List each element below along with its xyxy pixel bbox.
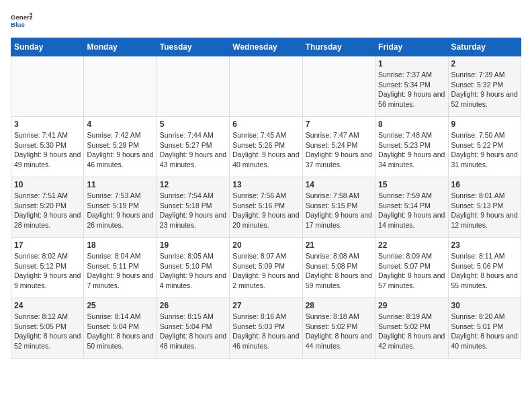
day-number: 18: [87, 240, 153, 250]
day-cell: 28Sunrise: 8:18 AM Sunset: 5:02 PM Dayli…: [302, 298, 375, 359]
day-number: 3: [14, 120, 81, 129]
day-info: Sunrise: 7:41 AM Sunset: 5:30 PM Dayligh…: [14, 130, 81, 170]
day-cell: 17Sunrise: 8:02 AM Sunset: 5:12 PM Dayli…: [11, 238, 84, 298]
day-number: 1: [378, 59, 445, 68]
day-number: 26: [160, 301, 226, 310]
day-number: 30: [451, 301, 518, 310]
day-cell: 3Sunrise: 7:41 AM Sunset: 5:30 PM Daylig…: [11, 117, 84, 177]
header-cell-monday: Monday: [84, 38, 157, 56]
day-cell: 26Sunrise: 8:15 AM Sunset: 5:04 PM Dayli…: [157, 298, 229, 359]
day-cell: 27Sunrise: 8:16 AM Sunset: 5:03 PM Dayli…: [230, 298, 302, 359]
day-info: Sunrise: 8:05 AM Sunset: 5:10 PM Dayligh…: [160, 251, 226, 291]
day-number: 17: [14, 240, 81, 250]
week-row-4: 17Sunrise: 8:02 AM Sunset: 5:12 PM Dayli…: [11, 238, 521, 298]
day-info: Sunrise: 7:45 AM Sunset: 5:26 PM Dayligh…: [232, 130, 299, 170]
day-number: 7: [306, 120, 372, 129]
day-info: Sunrise: 8:18 AM Sunset: 5:02 PM Dayligh…: [306, 312, 372, 351]
day-number: 12: [160, 180, 226, 189]
day-cell: 22Sunrise: 8:09 AM Sunset: 5:07 PM Dayli…: [375, 238, 448, 298]
day-cell: 12Sunrise: 7:54 AM Sunset: 5:18 PM Dayli…: [157, 177, 229, 238]
day-number: 14: [306, 180, 372, 189]
day-number: 24: [14, 301, 81, 310]
day-number: 19: [160, 240, 226, 250]
day-number: 16: [451, 180, 518, 189]
day-cell: 13Sunrise: 7:56 AM Sunset: 5:16 PM Dayli…: [230, 177, 302, 238]
day-info: Sunrise: 7:51 AM Sunset: 5:20 PM Dayligh…: [14, 191, 81, 230]
day-info: Sunrise: 7:58 AM Sunset: 5:15 PM Dayligh…: [306, 191, 372, 230]
day-number: 9: [451, 120, 518, 129]
day-info: Sunrise: 8:07 AM Sunset: 5:09 PM Dayligh…: [232, 251, 299, 291]
day-cell: 10Sunrise: 7:51 AM Sunset: 5:20 PM Dayli…: [11, 177, 84, 238]
day-number: 2: [451, 59, 518, 68]
day-cell: 29Sunrise: 8:19 AM Sunset: 5:02 PM Dayli…: [375, 298, 448, 359]
day-cell: 23Sunrise: 8:11 AM Sunset: 5:06 PM Dayli…: [448, 238, 521, 298]
page-header: General Blue: [11, 11, 521, 32]
day-info: Sunrise: 7:48 AM Sunset: 5:23 PM Dayligh…: [378, 130, 445, 170]
day-number: 5: [160, 120, 226, 129]
day-cell: 21Sunrise: 8:08 AM Sunset: 5:08 PM Dayli…: [302, 238, 375, 298]
day-number: 22: [378, 240, 445, 250]
day-number: 15: [378, 180, 445, 189]
day-info: Sunrise: 8:01 AM Sunset: 5:13 PM Dayligh…: [451, 191, 518, 230]
week-row-5: 24Sunrise: 8:12 AM Sunset: 5:05 PM Dayli…: [11, 298, 521, 359]
day-info: Sunrise: 8:12 AM Sunset: 5:05 PM Dayligh…: [14, 312, 81, 351]
day-number: 6: [232, 120, 299, 129]
day-info: Sunrise: 7:50 AM Sunset: 5:22 PM Dayligh…: [451, 130, 518, 170]
day-info: Sunrise: 7:54 AM Sunset: 5:18 PM Dayligh…: [160, 191, 226, 230]
day-info: Sunrise: 7:37 AM Sunset: 5:34 PM Dayligh…: [378, 70, 445, 109]
header-cell-friday: Friday: [375, 38, 448, 56]
day-number: 20: [232, 240, 299, 250]
week-row-1: 1Sunrise: 7:37 AM Sunset: 5:34 PM Daylig…: [11, 56, 521, 117]
day-cell: 15Sunrise: 7:59 AM Sunset: 5:14 PM Dayli…: [375, 177, 448, 238]
day-number: 27: [232, 301, 299, 310]
day-cell: 14Sunrise: 7:58 AM Sunset: 5:15 PM Dayli…: [302, 177, 375, 238]
day-cell: 5Sunrise: 7:44 AM Sunset: 5:27 PM Daylig…: [157, 117, 229, 177]
day-cell: 25Sunrise: 8:14 AM Sunset: 5:04 PM Dayli…: [84, 298, 157, 359]
day-info: Sunrise: 7:47 AM Sunset: 5:24 PM Dayligh…: [306, 130, 372, 170]
week-row-2: 3Sunrise: 7:41 AM Sunset: 5:30 PM Daylig…: [11, 117, 521, 177]
day-number: 13: [232, 180, 299, 189]
day-cell: 9Sunrise: 7:50 AM Sunset: 5:22 PM Daylig…: [448, 117, 521, 177]
calendar-table: SundayMondayTuesdayWednesdayThursdayFrid…: [11, 38, 521, 359]
day-cell: 24Sunrise: 8:12 AM Sunset: 5:05 PM Dayli…: [11, 298, 84, 359]
day-info: Sunrise: 8:11 AM Sunset: 5:06 PM Dayligh…: [451, 251, 518, 291]
day-cell: 6Sunrise: 7:45 AM Sunset: 5:26 PM Daylig…: [230, 117, 302, 177]
day-cell: [230, 56, 302, 117]
day-info: Sunrise: 7:59 AM Sunset: 5:14 PM Dayligh…: [378, 191, 445, 230]
day-info: Sunrise: 8:04 AM Sunset: 5:11 PM Dayligh…: [87, 251, 153, 291]
day-info: Sunrise: 8:02 AM Sunset: 5:12 PM Dayligh…: [14, 251, 81, 291]
day-cell: 11Sunrise: 7:53 AM Sunset: 5:19 PM Dayli…: [84, 177, 157, 238]
day-cell: 30Sunrise: 8:20 AM Sunset: 5:01 PM Dayli…: [448, 298, 521, 359]
svg-text:General: General: [11, 13, 32, 21]
day-cell: 18Sunrise: 8:04 AM Sunset: 5:11 PM Dayli…: [84, 238, 157, 298]
day-info: Sunrise: 7:42 AM Sunset: 5:29 PM Dayligh…: [87, 130, 153, 170]
logo: General Blue: [11, 11, 32, 32]
day-info: Sunrise: 7:44 AM Sunset: 5:27 PM Dayligh…: [160, 130, 226, 170]
header-cell-tuesday: Tuesday: [157, 38, 229, 56]
day-cell: 8Sunrise: 7:48 AM Sunset: 5:23 PM Daylig…: [375, 117, 448, 177]
day-info: Sunrise: 8:14 AM Sunset: 5:04 PM Dayligh…: [87, 312, 153, 351]
header-cell-thursday: Thursday: [302, 38, 375, 56]
day-cell: [11, 56, 84, 117]
day-number: 4: [87, 120, 153, 129]
week-row-3: 10Sunrise: 7:51 AM Sunset: 5:20 PM Dayli…: [11, 177, 521, 238]
day-info: Sunrise: 8:15 AM Sunset: 5:04 PM Dayligh…: [160, 312, 226, 351]
day-number: 21: [306, 240, 372, 250]
day-cell: 20Sunrise: 8:07 AM Sunset: 5:09 PM Dayli…: [230, 238, 302, 298]
day-info: Sunrise: 7:39 AM Sunset: 5:32 PM Dayligh…: [451, 70, 518, 109]
day-cell: 4Sunrise: 7:42 AM Sunset: 5:29 PM Daylig…: [84, 117, 157, 177]
day-cell: 19Sunrise: 8:05 AM Sunset: 5:10 PM Dayli…: [157, 238, 229, 298]
day-info: Sunrise: 8:16 AM Sunset: 5:03 PM Dayligh…: [232, 312, 299, 351]
day-cell: 2Sunrise: 7:39 AM Sunset: 5:32 PM Daylig…: [448, 56, 521, 117]
header-cell-sunday: Sunday: [11, 38, 84, 56]
day-number: 25: [87, 301, 153, 310]
day-cell: [84, 56, 157, 117]
svg-text:Blue: Blue: [11, 21, 25, 28]
header-cell-saturday: Saturday: [448, 38, 521, 56]
day-info: Sunrise: 8:19 AM Sunset: 5:02 PM Dayligh…: [378, 312, 445, 351]
header-row: SundayMondayTuesdayWednesdayThursdayFrid…: [11, 38, 521, 56]
day-number: 11: [87, 180, 153, 189]
day-info: Sunrise: 8:08 AM Sunset: 5:08 PM Dayligh…: [306, 251, 372, 291]
day-cell: [302, 56, 375, 117]
day-cell: [157, 56, 229, 117]
